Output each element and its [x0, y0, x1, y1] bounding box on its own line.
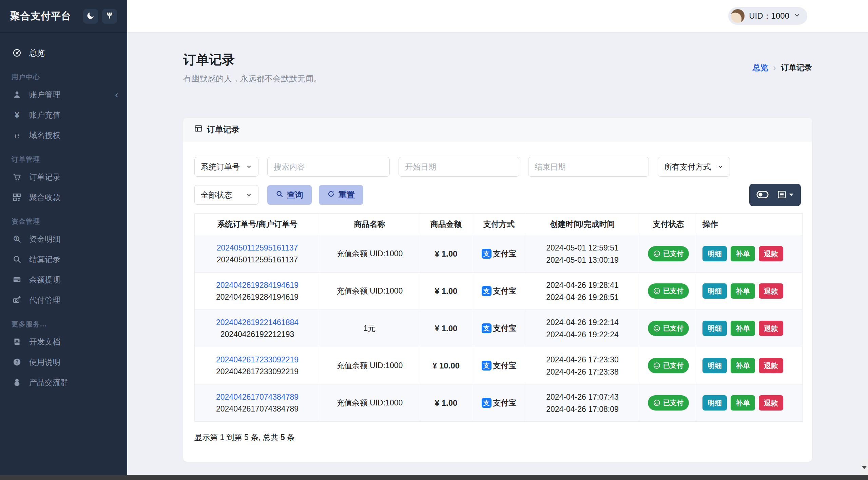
card-header: 订单记录 — [183, 118, 812, 141]
breadcrumb-home-link[interactable]: 总览 — [753, 62, 768, 73]
refund-button[interactable]: 退款 — [759, 246, 783, 261]
refund-button[interactable]: 退款 — [759, 395, 783, 411]
order-sys-no-link[interactable]: 2024050112595161137 — [195, 242, 320, 254]
pay-method-label: 支付宝 — [493, 286, 517, 296]
sidebar-item-balance-withdrawal[interactable]: 余额提现 — [0, 269, 127, 290]
product-name: 充值余额 UID:1000 — [320, 235, 419, 273]
end-date-input[interactable] — [535, 162, 642, 172]
user-menu[interactable]: UID：1000 — [728, 7, 807, 25]
theme-brush-button[interactable] — [102, 9, 117, 24]
caret-down-icon — [789, 193, 794, 198]
table-row: 202404261922146188420240426192212193 1元 … — [195, 310, 803, 347]
refund-button[interactable]: 退款 — [759, 321, 783, 336]
status-badge: 已支付 — [648, 358, 689, 373]
horizontal-scrollbar[interactable] — [0, 475, 868, 480]
chevron-down-icon — [794, 12, 801, 20]
status-value: 全部状态 — [201, 190, 232, 200]
query-button[interactable]: 查询 — [267, 185, 312, 205]
chevron-down-icon — [246, 164, 252, 170]
reorder-button[interactable]: 补单 — [731, 283, 755, 299]
status-select[interactable]: 全部状态 — [194, 185, 258, 205]
table-row: 20240426170743847892024042617074384789 充… — [195, 384, 803, 422]
vertical-scrollbar[interactable] — [860, 460, 868, 475]
chevron-down-icon — [246, 192, 252, 198]
main-content: 订单记录 有幽默感的人，永远都不会默默无闻。 总览 › 订单记录 订单记录 系统… — [127, 32, 868, 480]
question-circle-icon: ? — [12, 357, 22, 367]
sidebar-nav: 总览 用户中心 账户管理 ‹ ¥ 账户充值 ℮ 域名授权 订单管理 订单记录 聚… — [0, 33, 127, 393]
order-sys-no-link[interactable]: 2024042619284194619 — [195, 279, 320, 291]
table-row: 20240426192841946192024042619284194619 充… — [195, 273, 803, 310]
pagination-info: 显示第 1 到第 5 条, 总共5条 — [194, 432, 801, 443]
created-time: 2024-04-26 19:28:41 — [525, 279, 640, 291]
smiley-icon — [653, 325, 660, 332]
order-sys-no-link[interactable]: 2024042619221461884 — [195, 317, 320, 328]
smiley-icon — [653, 287, 660, 295]
alipay-icon: 支 — [482, 249, 491, 259]
smiley-icon — [653, 362, 660, 369]
product-name: 充值余额 UID:1000 — [320, 384, 419, 422]
search-input[interactable] — [274, 162, 383, 172]
dark-mode-button[interactable] — [83, 9, 98, 24]
sidebar-header: 聚合支付平台 — [0, 0, 127, 33]
created-time: 2024-04-26 19:22:14 — [525, 316, 640, 328]
sidebar-item-dev-docs[interactable]: 开发文档 — [0, 332, 127, 352]
search-icon — [12, 255, 22, 264]
detail-button[interactable]: 明细 — [702, 395, 727, 411]
product-name: 1元 — [320, 310, 419, 347]
detail-button[interactable]: 明细 — [702, 246, 727, 261]
reorder-button[interactable]: 补单 — [731, 358, 755, 373]
reorder-button[interactable]: 补单 — [731, 395, 755, 411]
order-type-select[interactable]: 系统订单号 — [194, 157, 258, 177]
yen-icon: ¥ — [12, 110, 22, 120]
status-badge: 已支付 — [648, 321, 689, 336]
scroll-down-arrow-icon — [862, 466, 867, 469]
order-type-value: 系统订单号 — [201, 162, 240, 172]
sidebar-item-payout-management[interactable]: 代付管理 — [0, 290, 127, 310]
topbar: UID：1000 — [127, 0, 868, 32]
product-name: 充值余额 UID:1000 — [320, 273, 419, 310]
alipay-icon: 支 — [482, 398, 491, 408]
fullscreen-toggle[interactable] — [756, 190, 769, 200]
order-merchant-no: 2024042617074384789 — [195, 403, 320, 415]
detail-button[interactable]: 明细 — [702, 358, 727, 373]
sidebar-item-account-recharge[interactable]: ¥ 账户充值 — [0, 105, 127, 125]
order-records-card: 订单记录 系统订单号 — [183, 118, 812, 462]
smiley-icon — [653, 250, 660, 257]
sidebar-item-order-records[interactable]: 订单记录 — [0, 167, 127, 187]
sidebar-item-label: 结算记录 — [29, 254, 60, 265]
total-count: 5 — [281, 433, 285, 442]
globe-icon: ℮ — [12, 131, 22, 140]
detail-button[interactable]: 明细 — [702, 321, 727, 336]
sidebar-item-label: 资金明细 — [29, 234, 60, 244]
col-product: 商品名称 — [320, 214, 419, 235]
pay-method-select[interactable]: 所有支付方式 — [658, 157, 730, 177]
sidebar-item-account-management[interactable]: 账户管理 ‹ — [0, 84, 127, 105]
sidebar-item-settlement-records[interactable]: 结算记录 — [0, 249, 127, 269]
sidebar-item-label: 聚合收款 — [29, 192, 60, 203]
sidebar-item-overview[interactable]: 总览 — [0, 43, 127, 63]
sidebar-item-domain-auth[interactable]: ℮ 域名授权 — [0, 125, 127, 145]
moon-icon — [86, 11, 95, 21]
search-field — [267, 157, 390, 177]
start-date-input[interactable] — [405, 162, 513, 172]
reset-button[interactable]: 重置 — [319, 185, 363, 205]
chevron-right-icon: › — [773, 63, 776, 73]
refund-button[interactable]: 退款 — [759, 283, 783, 299]
reorder-button[interactable]: 补单 — [731, 246, 755, 261]
sidebar-section-more-services: 更多服务... — [0, 320, 127, 329]
alipay-icon: 支 — [482, 286, 491, 296]
sidebar-item-aggregate-collection[interactable]: 聚合收款 — [0, 187, 127, 207]
detail-button[interactable]: 明细 — [702, 283, 727, 299]
dashboard-icon — [12, 48, 22, 58]
sidebar-section-order-management: 订单管理 — [0, 155, 127, 164]
columns-dropdown[interactable] — [777, 190, 794, 200]
refresh-icon — [327, 190, 335, 200]
brush-icon — [105, 11, 114, 21]
sidebar-item-usage-guide[interactable]: ? 使用说明 — [0, 352, 127, 372]
sidebar-item-fund-details[interactable]: $ 资金明细 — [0, 229, 127, 249]
order-sys-no-link[interactable]: 2024042617233092219 — [195, 354, 320, 366]
reorder-button[interactable]: 补单 — [731, 321, 755, 336]
refund-button[interactable]: 退款 — [759, 358, 783, 373]
sidebar-item-product-group[interactable]: 产品交流群 — [0, 372, 127, 393]
order-sys-no-link[interactable]: 2024042617074384789 — [195, 391, 320, 403]
